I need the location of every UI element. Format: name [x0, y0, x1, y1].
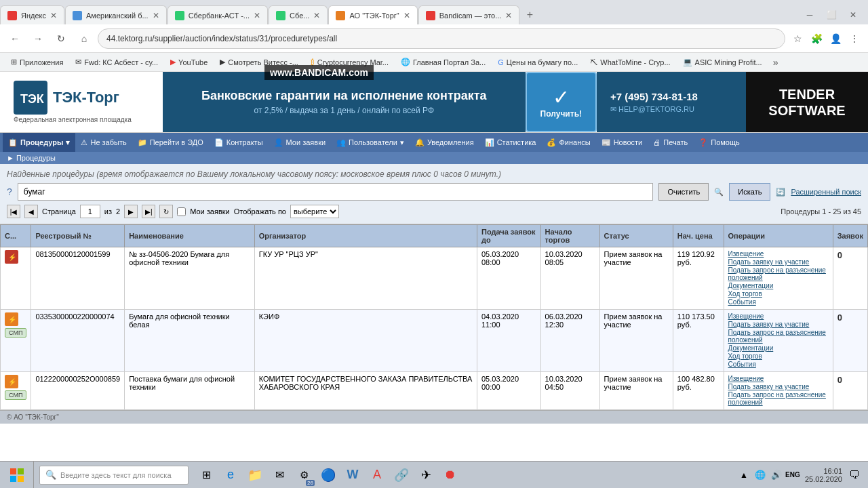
tab-close-tektorg[interactable]: ✕ — [403, 11, 410, 20]
nav-item-help[interactable]: ❓ Помощь — [693, 133, 745, 152]
close-button[interactable]: ✕ — [844, 5, 863, 24]
page-input[interactable] — [80, 205, 100, 218]
profile-icon[interactable]: 👤 — [827, 30, 844, 47]
notifications-button[interactable]: 🗨 — [848, 468, 861, 482]
back-button[interactable]: ← — [5, 29, 24, 48]
extensions-icon[interactable]: 🧩 — [808, 30, 825, 47]
more-bookmarks-button[interactable]: » — [769, 57, 783, 68]
banner-cta-button[interactable]: ✓ Получить! — [526, 72, 597, 132]
nav-item-edo[interactable]: 📁 Перейти в ЭДО — [132, 133, 209, 152]
nav-item-users[interactable]: 👥 Пользователи ▾ — [331, 133, 410, 152]
op-link-query-2[interactable]: Подать запрос на разъяснение положений — [728, 329, 829, 344]
row-price-3: 100 482.80 руб. — [673, 372, 724, 410]
advanced-search-link[interactable]: Расширенный поиск — [791, 188, 861, 196]
edge-button[interactable]: e — [218, 463, 243, 487]
task-view-button[interactable]: ⊞ — [194, 463, 218, 487]
volume-icon[interactable]: 🔊 — [770, 468, 783, 482]
home-button[interactable]: ⌂ — [75, 29, 94, 48]
search-input[interactable] — [18, 183, 654, 201]
bookmark-fwd[interactable]: ✉ Fwd: КС Асбест - су... — [70, 56, 163, 68]
op-link-bid-3[interactable]: Подать заявку на участие — [728, 383, 829, 390]
tab-sber2[interactable]: Сбе... ✕ — [269, 5, 328, 24]
nav-item-notifications[interactable]: 🔔 Уведомления — [410, 133, 479, 152]
row-name-1: № зз-04506-2020 Бумага для офисной техни… — [125, 247, 255, 310]
op-link-bid-2[interactable]: Подать заявку на участие — [728, 321, 829, 328]
minimize-button[interactable]: ─ — [800, 5, 819, 24]
forward-button[interactable]: → — [28, 29, 47, 48]
cisco-button[interactable]: 🔗 — [389, 463, 414, 487]
mail-app-button[interactable]: ✉ — [267, 463, 292, 487]
bookmark-apps[interactable]: ⊞ Приложения — [5, 56, 68, 68]
my-orders-checkbox[interactable] — [177, 207, 186, 216]
lang-indicator[interactable]: ENG — [786, 468, 800, 482]
up-arrow-icon[interactable]: ▲ — [740, 470, 748, 480]
bookmark-vitesse[interactable]: ▶ Смотреть Витесс -... — [214, 56, 304, 68]
tab-bandicam[interactable]: Bandicam — это... ✕ — [418, 5, 520, 24]
banner-email: ✉ HELP@TEKTORG.RU — [610, 105, 732, 114]
word-button[interactable]: W — [340, 463, 365, 487]
bookmark-star-icon[interactable]: ☆ — [789, 30, 806, 47]
refresh-button[interactable]: ↻ — [52, 29, 71, 48]
op-link-notice-2[interactable]: Извещение — [728, 312, 829, 320]
op-link-progress-1[interactable]: Ход торгов — [728, 290, 829, 298]
op-link-query-3[interactable]: Подать запрос на разъяснение положений — [728, 391, 829, 406]
explorer-button[interactable]: 📁 — [243, 463, 267, 487]
tab-close-sber1[interactable]: ✕ — [254, 11, 260, 20]
app-26-button[interactable]: ⚙26 — [292, 463, 316, 487]
tab-close-american[interactable]: ✕ — [153, 11, 159, 20]
new-tab-button[interactable]: + — [520, 5, 539, 24]
nav-item-finance[interactable]: 💰 Финансы — [541, 133, 595, 152]
network-icon[interactable]: 🌐 — [753, 468, 767, 482]
op-link-notice-1[interactable]: Извещение — [728, 250, 829, 258]
op-link-events-1[interactable]: События — [728, 298, 829, 306]
tab-american[interactable]: Американский б... ✕ — [65, 5, 167, 24]
tab-sber1[interactable]: Сбербанк-АСТ -... ✕ — [167, 5, 268, 24]
tab-tektorg[interactable]: АО "ТЭК-Торг" ✕ — [328, 5, 417, 24]
bookmark-crypto[interactable]: ₿ Cryptocurrency Mar... — [305, 57, 394, 68]
nav-item-reminders[interactable]: ⚠ Не забыть — [75, 133, 132, 152]
banner-middle[interactable]: Банковские гарантии на исполнение контра… — [163, 72, 526, 132]
prev-page-button[interactable]: ◀ — [24, 205, 38, 218]
search-button[interactable]: Искать — [729, 183, 770, 201]
maximize-button[interactable]: ⬜ — [822, 5, 841, 24]
tab-close-yandex[interactable]: ✕ — [50, 11, 57, 20]
first-page-button[interactable]: |◀ — [7, 205, 20, 218]
bookmark-prices[interactable]: G Цены на бумагу по... — [492, 57, 583, 68]
op-link-events-2[interactable]: События — [728, 361, 829, 368]
record-button[interactable]: ⏺ — [438, 463, 462, 487]
logo-icon: ТЭК — [14, 81, 47, 115]
items-per-page-select[interactable]: выберите 25 50 100 — [290, 205, 339, 218]
page-total: 2 — [116, 207, 120, 216]
nav-item-procedures[interactable]: 📋 Процедуры ▾ — [3, 133, 75, 152]
tab-yandex[interactable]: Яндекс ✕ — [0, 5, 64, 24]
nav-item-print[interactable]: 🖨 Печать — [648, 133, 693, 152]
op-link-docs-1[interactable]: Документации — [728, 282, 829, 289]
op-link-bid-1[interactable]: Подать заявку на участие — [728, 258, 829, 266]
op-link-docs-2[interactable]: Документации — [728, 344, 829, 352]
nav-item-stats[interactable]: 📊 Статистика — [479, 133, 542, 152]
chrome-button[interactable]: 🔵 — [316, 463, 340, 487]
taskbar-search[interactable]: 🔍 Введите здесь текст для поиска — [39, 466, 189, 485]
start-button[interactable] — [0, 462, 34, 489]
bookmark-asic[interactable]: 💻 ASIC Mining Profit... — [677, 56, 768, 68]
tab-close-sber2[interactable]: ✕ — [313, 11, 320, 20]
op-link-notice-3[interactable]: Извещение — [728, 375, 829, 382]
acrobat-button[interactable]: A — [365, 463, 389, 487]
refresh-results-button[interactable]: ↻ — [159, 205, 173, 218]
bookmark-whattomine[interactable]: ⛏ WhatToMine - Cryp... — [585, 57, 675, 68]
nav-item-my-bids[interactable]: 👤 Мои заявки — [269, 133, 332, 152]
nav-item-contracts[interactable]: 📄 Контракты — [209, 133, 269, 152]
op-link-progress-2[interactable]: Ход торгов — [728, 352, 829, 360]
settings-icon[interactable]: ⋮ — [846, 30, 863, 47]
taskbar-right: ▲ 🌐 🔊 ENG 16:01 25.02.2020 🗨 — [740, 467, 868, 483]
next-page-button[interactable]: ▶ — [124, 205, 138, 218]
clear-button[interactable]: Очистить — [658, 183, 709, 201]
telegram-button[interactable]: ✈ — [414, 463, 438, 487]
address-bar[interactable]: 44.tektorg.ru/supplier/auction/index/sta… — [98, 28, 785, 49]
bookmark-youtube[interactable]: ▶ YouTube — [165, 56, 213, 68]
nav-item-news[interactable]: 📰 Новости — [596, 133, 648, 152]
tab-close-bandicam[interactable]: ✕ — [505, 11, 512, 20]
bookmark-portal[interactable]: 🌐 Главная Портал За... — [395, 56, 491, 68]
op-link-query-1[interactable]: Подать запрос на разъяснение положений — [728, 266, 829, 281]
last-page-button[interactable]: ▶| — [142, 205, 155, 218]
